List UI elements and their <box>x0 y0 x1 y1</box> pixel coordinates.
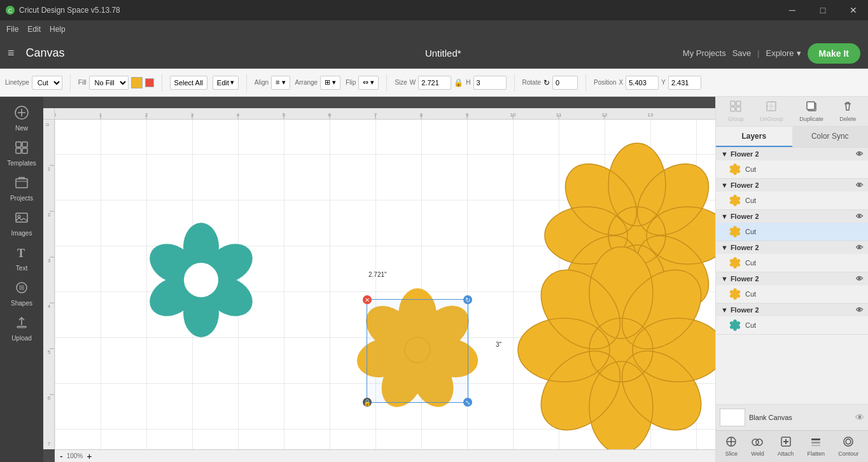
visibility-toggle-1[interactable]: 👁 <box>856 150 863 158</box>
layer-item-3[interactable]: Cut <box>716 223 868 241</box>
select-all-button[interactable]: Select All <box>170 76 207 90</box>
delete-handle[interactable]: ✕ <box>363 295 372 304</box>
tab-layers[interactable]: Layers <box>716 127 792 147</box>
sidebar-item-shapes[interactable]: Shapes <box>3 277 41 311</box>
sidebar-item-projects[interactable]: Projects <box>3 172 41 206</box>
tab-color-sync[interactable]: Color Sync <box>792 127 869 147</box>
edit-button[interactable]: Edit ▾ <box>213 76 239 90</box>
flatten-button[interactable]: Flatten <box>805 433 828 459</box>
visibility-toggle-5[interactable]: 👁 <box>856 275 863 283</box>
layers-toolbar: Group UnGroup Duplicate Delete <box>716 97 868 127</box>
sidebar-item-upload[interactable]: Upload <box>3 312 41 346</box>
selected-yellow-flower[interactable]: ✕ ↻ 🔒 ⤡ <box>347 280 487 422</box>
menu-file[interactable]: File <box>6 25 18 34</box>
contour-button[interactable]: Contour <box>836 433 861 459</box>
visibility-toggle-3[interactable]: 👁 <box>856 213 863 220</box>
pos-x-label: X <box>619 79 624 86</box>
layer-item-4[interactable]: Cut <box>716 254 868 272</box>
layer-item-6[interactable]: Cut <box>716 316 868 334</box>
fill-select[interactable]: No Fill <box>89 76 129 90</box>
layer-header-4[interactable]: ▼ Flower 2 👁 <box>716 241 868 254</box>
layer-header-3[interactable]: ▼ Flower 2 👁 <box>716 210 868 223</box>
main-area: New Templates Projects <box>0 97 868 462</box>
svg-rect-167 <box>811 442 820 444</box>
size-h-input[interactable] <box>473 76 507 90</box>
position-y-input[interactable] <box>668 76 701 90</box>
maximize-button[interactable]: □ <box>808 0 837 20</box>
svg-point-124 <box>733 167 737 171</box>
layer-item-2[interactable]: Cut <box>716 192 868 209</box>
weld-button[interactable]: Weld <box>748 433 766 459</box>
ungroup-icon <box>766 101 777 115</box>
save-button[interactable]: Save <box>732 48 752 58</box>
layer-flower-icon-5 <box>729 288 741 300</box>
flatten-icon <box>810 436 822 449</box>
attach-icon <box>780 436 792 449</box>
sidebar-item-templates[interactable]: Templates <box>3 137 41 171</box>
weld-icon <box>752 436 763 449</box>
attach-button[interactable]: Attach <box>775 433 797 459</box>
scale-handle[interactable]: ⤡ <box>463 398 472 407</box>
zoom-plus-button[interactable]: + <box>87 451 92 461</box>
delete-button[interactable]: Delete <box>839 101 856 122</box>
arrange-group: Arrange ⊞ ▾ <box>295 76 341 90</box>
sep2 <box>162 74 162 92</box>
canvas-area[interactable]: 0 1 2 3 4 5 6 7 8 9 10 11 12 13 <box>43 97 715 462</box>
layer-header-1[interactable]: ▼ Flower 2 👁 <box>716 148 868 160</box>
group-button[interactable]: Group <box>728 101 744 122</box>
visibility-toggle-6[interactable]: 👁 <box>856 306 863 314</box>
slice-button[interactable]: Slice <box>723 433 741 459</box>
expand-icon-2: ▼ <box>721 181 728 189</box>
layer-header-6[interactable]: ▼ Flower 2 👁 <box>716 304 868 316</box>
slice-icon <box>725 436 737 449</box>
layer-item-5[interactable]: Cut <box>716 285 868 303</box>
explore-button[interactable]: Explore ▾ <box>766 48 801 58</box>
svg-text:6: 6 <box>48 395 51 401</box>
cut-label-5: Cut <box>745 290 756 298</box>
lock-handle[interactable]: 🔒 <box>363 398 372 407</box>
svg-rect-7 <box>16 148 21 153</box>
lock-icon[interactable]: 🔒 <box>454 78 463 87</box>
sidebar-item-text[interactable]: T Text <box>3 242 41 276</box>
sidebar-item-images[interactable]: Images <box>3 207 41 241</box>
fill-color-swatch[interactable] <box>131 77 143 88</box>
ungroup-button[interactable]: UnGroup <box>760 101 783 122</box>
svg-point-159 <box>733 323 737 327</box>
rotate-handle[interactable]: ↻ <box>463 295 472 304</box>
menu-edit[interactable]: Edit <box>27 25 41 34</box>
flip-button[interactable]: ⇔ ▾ <box>358 76 379 90</box>
menu-help[interactable]: Help <box>50 25 66 34</box>
layer-item-1[interactable]: Cut <box>716 160 868 178</box>
arrange-button[interactable]: ⊞ ▾ <box>320 76 340 90</box>
minimize-button[interactable]: ─ <box>778 0 807 20</box>
duplicate-icon <box>806 101 817 115</box>
my-projects-link[interactable]: My Projects <box>683 48 726 58</box>
sidebar-item-new[interactable]: New <box>3 102 41 136</box>
layer-header-5[interactable]: ▼ Flower 2 👁 <box>716 272 868 285</box>
svg-point-145 <box>733 261 737 265</box>
rotate-label: Rotate <box>522 79 541 86</box>
duplicate-button[interactable]: Duplicate <box>799 101 823 122</box>
right-panel: Group UnGroup Duplicate Delete <box>715 97 868 462</box>
hamburger-menu[interactable]: ≡ <box>8 46 15 60</box>
canvas-content[interactable]: ✕ ↻ 🔒 ⤡ 2.721" 3" <box>55 108 715 449</box>
layer-group-2: ▼ Flower 2 👁 <box>716 179 868 210</box>
zoom-minus-button[interactable]: - <box>60 451 63 461</box>
svg-text:2: 2 <box>48 212 51 218</box>
toolbar: Linetype Cut Fill No Fill Select All Edi… <box>0 69 868 97</box>
pen-color-swatch[interactable] <box>145 78 154 87</box>
rotate-input[interactable] <box>552 76 578 90</box>
make-it-button[interactable]: Make It <box>808 43 860 64</box>
size-w-input[interactable] <box>418 76 451 90</box>
linetype-select[interactable]: Cut <box>32 76 62 90</box>
align-button[interactable]: ≡ ▾ <box>271 76 290 90</box>
blank-canvas-visibility[interactable]: 👁 <box>855 412 864 423</box>
position-x-input[interactable] <box>626 76 659 90</box>
layer-group-1: ▼ Flower 2 👁 <box>716 148 868 179</box>
visibility-toggle-4[interactable]: 👁 <box>856 244 863 251</box>
sep5 <box>514 74 515 92</box>
pos-y-label: Y <box>661 79 666 86</box>
close-button[interactable]: ✕ <box>839 0 868 20</box>
visibility-toggle-2[interactable]: 👁 <box>856 181 863 189</box>
layer-header-2[interactable]: ▼ Flower 2 👁 <box>716 179 868 192</box>
